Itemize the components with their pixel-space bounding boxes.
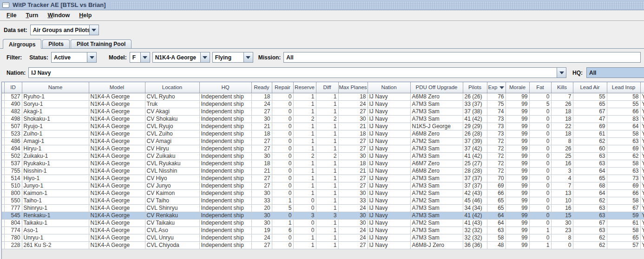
table-cell[interactable]: A7M3 Sam <box>410 212 463 219</box>
table-cell[interactable]: CVL Ryujo <box>145 123 199 130</box>
table-cell[interactable]: 99 <box>506 108 529 115</box>
model-name-select[interactable]: N1K4-A George <box>152 52 210 63</box>
table-cell[interactable]: A7M3 Sam <box>410 234 463 241</box>
table-cell[interactable]: 1 <box>293 130 316 137</box>
table-cell[interactable]: 510 <box>4 182 22 189</box>
table-cell[interactable]: 1 <box>316 160 338 167</box>
table-cell[interactable]: 83 <box>607 115 640 123</box>
table-cell[interactable]: 59 <box>607 212 640 219</box>
table-cell[interactable]: 18 <box>338 130 368 137</box>
table-cell[interactable]: 23 <box>551 227 573 234</box>
table-cell[interactable]: 27 <box>338 175 368 182</box>
table-cell[interactable]: Shinryu-1 <box>22 204 89 212</box>
table-cell[interactable]: A7M3 Sam <box>410 108 463 115</box>
table-cell[interactable]: 74 <box>487 108 506 115</box>
table-cell[interactable]: N1K4-A George <box>89 189 145 197</box>
column-header-location[interactable]: Location <box>145 82 199 93</box>
table-cell[interactable]: 0 <box>529 115 551 123</box>
column-header-fat[interactable]: Fat <box>529 82 551 93</box>
chevron-down-icon[interactable] <box>140 52 150 62</box>
table-cell[interactable]: 30 <box>338 152 368 160</box>
table-cell[interactable]: A6M8 Zero <box>410 130 463 137</box>
table-cell[interactable]: 804 <box>4 219 22 227</box>
table-cell[interactable]: 0 <box>529 93 551 100</box>
table-cell[interactable]: Independent ship <box>199 145 251 152</box>
table-cell[interactable]: Truk <box>145 100 199 108</box>
table-row[interactable]: 537Ryukaku-1N1K4-A GeorgeCVL RyukakuInde… <box>2 160 644 167</box>
table-cell[interactable]: 63 <box>573 204 607 212</box>
table-cell[interactable]: CV Taiho <box>145 197 199 204</box>
table-cell[interactable]: CVL Chiyoda <box>145 241 199 249</box>
table-cell[interactable]: 16 <box>551 204 573 212</box>
table-cell[interactable]: A7M3 Sam <box>410 204 463 212</box>
table-cell[interactable]: 537 <box>4 160 22 167</box>
column-header-diff[interactable]: Diff <box>316 82 338 93</box>
table-cell[interactable]: IJ Navy <box>368 234 410 241</box>
table-cell[interactable]: 18 <box>551 130 573 137</box>
table-cell[interactable]: 37 (42) <box>463 145 487 152</box>
table-cell[interactable]: CV Shokaku <box>145 115 199 123</box>
table-cell[interactable]: CVL Shinryu <box>145 204 199 212</box>
table-cell[interactable]: Independent ship <box>199 108 251 115</box>
table-cell[interactable]: 27 <box>251 175 272 182</box>
table-cell[interactable]: A7M3 Sam <box>410 115 463 123</box>
table-cell[interactable]: 1 <box>293 123 316 130</box>
table-cell[interactable]: 18 <box>338 93 368 100</box>
table-cell[interactable]: IJ Navy <box>368 241 410 249</box>
table-cell[interactable]: CV Taikaku <box>145 219 199 227</box>
table-cell[interactable]: 1 <box>293 175 316 182</box>
column-header-lead-air[interactable]: Lead Air <box>573 82 607 93</box>
table-cell[interactable]: IJ Navy <box>368 197 410 204</box>
column-header-pdu-off-upgrade[interactable]: PDU Off Upgrade <box>410 82 463 93</box>
table-cell[interactable]: 58 <box>607 93 640 100</box>
table-cell[interactable]: 18 <box>338 160 368 167</box>
table-row[interactable]: 498Shokaku-1N1K4-A GeorgeCV ShokakuIndep… <box>2 115 644 123</box>
table-cell[interactable]: 27 <box>251 182 272 189</box>
table-cell[interactable]: N1K4-A George <box>89 227 145 234</box>
table-cell[interactable]: CVL Zuiho <box>145 130 199 137</box>
table-cell[interactable]: 13 <box>551 189 573 197</box>
table-cell[interactable]: 26 <box>551 145 573 152</box>
table-cell[interactable]: 58 <box>607 160 640 167</box>
table-row[interactable]: 523Zuiho-1N1K4-A GeorgeCVL ZuihoIndepend… <box>2 130 644 137</box>
table-cell[interactable]: Ryujo-1 <box>22 123 89 130</box>
menu-file[interactable]: File <box>3 11 22 20</box>
table-cell[interactable]: 65 <box>573 175 607 182</box>
table-cell[interactable]: CV Hiyo <box>145 175 199 182</box>
table-cell[interactable]: 502 <box>4 152 22 160</box>
table-cell[interactable]: 27 <box>338 182 368 189</box>
table-cell[interactable]: 75 <box>487 100 506 108</box>
table-cell[interactable]: 0 <box>272 241 293 249</box>
table-cell[interactable]: N1K4-A George <box>89 241 145 249</box>
table-cell[interactable]: 27 <box>338 145 368 152</box>
table-cell[interactable]: 0 <box>529 182 551 189</box>
table-cell[interactable]: Renkaku-1 <box>22 212 89 219</box>
table-cell[interactable]: 0 <box>272 93 293 100</box>
table-cell[interactable]: 1 <box>316 130 338 137</box>
table-cell[interactable]: 73 <box>487 130 506 137</box>
table-cell[interactable]: 37 (37) <box>463 182 487 189</box>
table-cell[interactable]: 26 (28) <box>463 130 487 137</box>
table-cell[interactable]: 507 <box>4 123 22 130</box>
table-cell[interactable]: A6M8 Zero <box>410 167 463 175</box>
table-cell[interactable]: CVL Ryuho <box>145 93 199 100</box>
table-row[interactable]: 780Unryu-1N1K4-A GeorgeCVL UnryuIndepend… <box>2 234 644 241</box>
table-cell[interactable]: 70 <box>487 175 506 182</box>
table-cell[interactable]: 72 <box>487 152 506 160</box>
table-cell[interactable]: 482 <box>4 108 22 115</box>
table-cell[interactable]: Independent ship <box>199 130 251 137</box>
column-header-repair[interactable]: Repair <box>272 82 293 93</box>
table-cell[interactable]: 73 <box>487 115 506 123</box>
table-cell[interactable]: 67 <box>573 108 607 115</box>
table-cell[interactable]: 99 <box>506 115 529 123</box>
table-cell[interactable]: CV Amagi <box>145 137 199 145</box>
table-cell[interactable]: 0 <box>272 145 293 152</box>
table-cell[interactable]: 27 <box>338 137 368 145</box>
table-row[interactable]: 777Shinryu-1N1K4-A GeorgeCVL ShinryuInde… <box>2 204 644 212</box>
table-cell[interactable]: IJ Navy <box>368 93 410 100</box>
table-cell[interactable]: N1K4-A George <box>89 212 145 219</box>
table-cell[interactable]: Y <box>640 241 644 249</box>
table-cell[interactable]: 30 <box>251 152 272 160</box>
table-cell[interactable]: Independent ship <box>199 197 251 204</box>
table-cell[interactable]: Taikaku-1 <box>22 219 89 227</box>
